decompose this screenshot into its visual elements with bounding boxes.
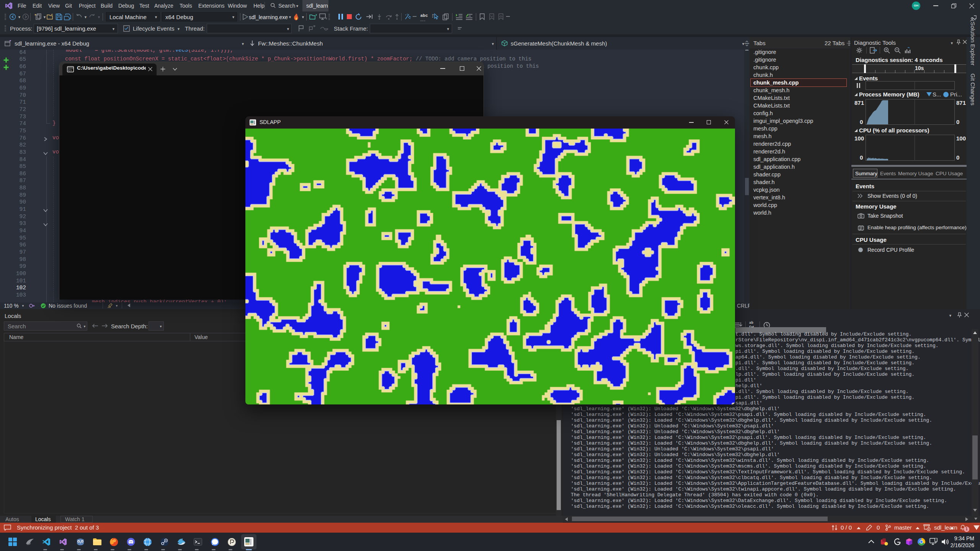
svg-text:C:\: C:\ (68, 69, 72, 72)
